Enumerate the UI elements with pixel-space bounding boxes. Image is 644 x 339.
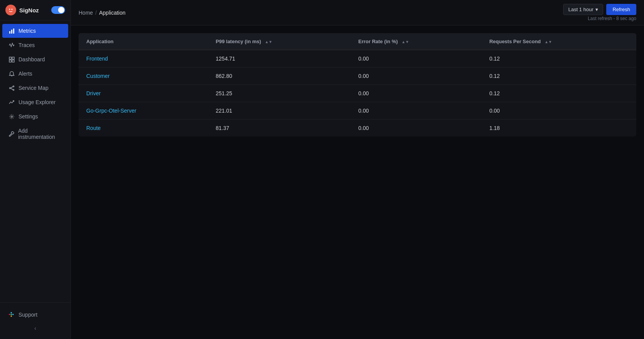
svg-point-1 (9, 9, 10, 10)
svg-rect-6 (9, 57, 12, 59)
sidebar-item-dashboard[interactable]: Dashboard (2, 52, 68, 66)
tool-icon (8, 131, 14, 137)
app-link-route[interactable]: Route (79, 120, 208, 137)
table-row: Route 81.37 0.00 1.18 (79, 120, 636, 137)
grid-icon (8, 56, 15, 62)
logo-text: SigNoz (19, 7, 39, 13)
rps-go-grpc: 0.00 (481, 102, 636, 120)
table-body: Frontend 1254.71 0.00 0.12 Customer 862.… (79, 50, 636, 137)
app-link-customer[interactable]: Customer (79, 67, 208, 85)
svg-rect-19 (11, 315, 12, 317)
table-container: Application P99 latency (in ms) ▲▼ Error… (71, 25, 644, 339)
error-frontend: 0.00 (351, 50, 481, 67)
error-route: 0.00 (351, 120, 481, 137)
sidebar-header: SigNoz (0, 0, 70, 20)
sidebar: SigNoz Metrics Traces (0, 0, 71, 339)
breadcrumb: Home / Application (79, 10, 126, 16)
last-refresh-text: Last refresh - 8 sec ago (588, 16, 636, 21)
rps-customer: 0.12 (481, 67, 636, 85)
sidebar-item-label-settings: Settings (18, 113, 38, 120)
table-row-go-grpc: Go-Grpc-Otel-Server 221.01 0.00 0.00 (79, 102, 636, 120)
svg-rect-3 (9, 31, 10, 34)
col-p99-latency[interactable]: P99 latency (in ms) ▲▼ (208, 33, 351, 50)
col-application: Application (79, 33, 208, 50)
settings-icon (8, 113, 15, 120)
app-link-driver[interactable]: Driver (79, 85, 208, 102)
svg-line-14 (10, 88, 13, 89)
breadcrumb-separator: / (95, 10, 97, 16)
sidebar-nav: Metrics Traces Dashboard (0, 20, 70, 302)
svg-rect-9 (12, 60, 14, 62)
sidebar-item-alerts[interactable]: Alerts (2, 67, 68, 81)
sidebar-item-usage-explorer[interactable]: Usage Explorer (2, 95, 68, 109)
p99-customer: 862.80 (208, 67, 351, 85)
sidebar-item-settings[interactable]: Settings (2, 110, 68, 123)
refresh-button[interactable]: Refresh (606, 4, 636, 15)
share-icon (8, 85, 15, 91)
time-selector-label: Last 1 hour (568, 7, 593, 12)
svg-rect-17 (11, 312, 12, 314)
svg-rect-7 (12, 57, 14, 59)
sidebar-item-label-traces: Traces (18, 42, 35, 48)
p99-driver: 251.25 (208, 85, 351, 102)
error-driver: 0.00 (351, 85, 481, 102)
sidebar-item-traces[interactable]: Traces (2, 38, 68, 52)
svg-rect-20 (12, 314, 14, 315)
sidebar-item-label-add-instrumentation: Add instrumentation (18, 128, 62, 140)
svg-point-10 (13, 86, 14, 87)
applications-table: Application P99 latency (in ms) ▲▼ Error… (79, 33, 636, 137)
error-go-grpc: 0.00 (351, 102, 481, 120)
sidebar-bottom: Support ‹ (0, 302, 70, 339)
sidebar-item-service-map[interactable]: Service Map (2, 81, 68, 95)
sort-icon-p99: ▲▼ (265, 40, 272, 44)
topbar-controls: Last 1 hour ▾ Refresh (563, 4, 636, 15)
svg-point-12 (13, 89, 14, 90)
sidebar-item-label-service-map: Service Map (18, 85, 49, 91)
activity-icon (8, 42, 15, 48)
bar-chart-icon (8, 28, 15, 34)
svg-line-13 (10, 86, 13, 88)
sidebar-item-label-usage-explorer: Usage Explorer (18, 99, 56, 105)
table-wrapper: Application P99 latency (in ms) ▲▼ Error… (79, 33, 636, 137)
p99-route: 81.37 (208, 120, 351, 137)
logo-icon (5, 5, 16, 15)
sidebar-item-label-dashboard: Dashboard (18, 56, 45, 62)
support-label: Support (18, 312, 37, 318)
breadcrumb-home[interactable]: Home (79, 10, 93, 16)
table-row: Customer 862.80 0.00 0.12 (79, 67, 636, 85)
chevron-down-icon: ▾ (595, 7, 598, 12)
svg-point-0 (8, 7, 14, 13)
sidebar-item-label-alerts: Alerts (18, 71, 32, 77)
svg-point-2 (12, 9, 13, 10)
sidebar-collapse-button[interactable]: ‹ (0, 322, 70, 334)
p99-go-grpc: 221.01 (208, 102, 351, 120)
trending-icon (8, 99, 15, 105)
app-link-go-grpc[interactable]: Go-Grpc-Otel-Server (79, 102, 208, 120)
table-header: Application P99 latency (in ms) ▲▼ Error… (79, 33, 636, 50)
theme-toggle[interactable] (51, 6, 65, 14)
topbar-right: Last 1 hour ▾ Refresh Last refresh - 8 s… (563, 4, 636, 21)
sidebar-item-metrics[interactable]: Metrics (2, 24, 68, 38)
rps-route: 1.18 (481, 120, 636, 137)
svg-point-15 (11, 116, 12, 117)
col-error-rate[interactable]: Error Rate (in %) ▲▼ (351, 33, 481, 50)
main-content: Home / Application Last 1 hour ▾ Refresh… (71, 0, 644, 339)
rps-driver: 0.12 (481, 85, 636, 102)
collapse-icon: ‹ (34, 325, 36, 331)
sort-icon-rps: ▲▼ (545, 40, 552, 44)
svg-rect-5 (13, 29, 14, 34)
error-customer: 0.00 (351, 67, 481, 85)
topbar: Home / Application Last 1 hour ▾ Refresh… (71, 0, 644, 25)
col-rps[interactable]: Requests Per Second ▲▼ (481, 33, 636, 50)
svg-rect-18 (11, 314, 12, 315)
svg-rect-16 (9, 314, 10, 315)
p99-frontend: 1254.71 (208, 50, 351, 67)
sidebar-item-add-instrumentation[interactable]: Add instrumentation (2, 124, 68, 144)
svg-rect-8 (9, 60, 12, 62)
support-item[interactable]: Support (2, 308, 68, 322)
time-selector[interactable]: Last 1 hour ▾ (563, 4, 603, 15)
bell-icon (8, 71, 15, 77)
sort-icon-error: ▲▼ (401, 40, 409, 44)
app-link-frontend[interactable]: Frontend (79, 50, 208, 67)
svg-rect-4 (11, 30, 12, 34)
